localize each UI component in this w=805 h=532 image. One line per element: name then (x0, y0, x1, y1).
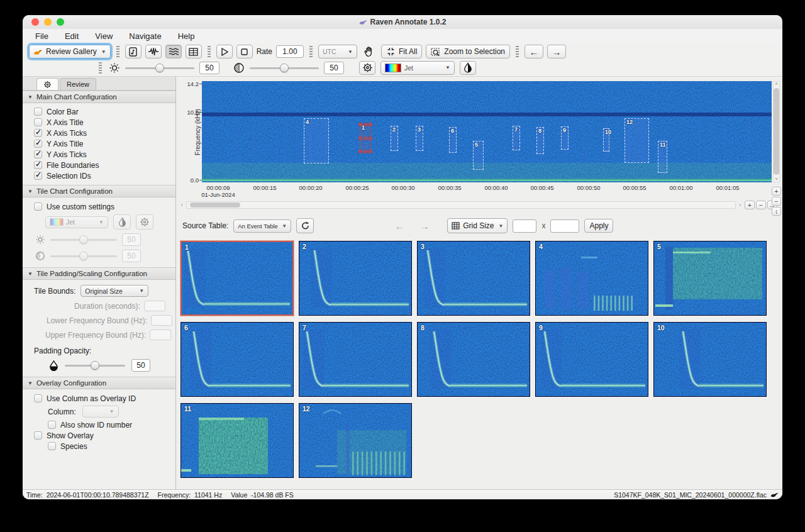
brightness-input[interactable] (199, 62, 219, 74)
fit-y-button[interactable]: ↕ (772, 207, 781, 216)
toolbar-grip[interactable] (309, 46, 313, 57)
section-main-chart-config[interactable]: ▼Main Chart Configuration (23, 91, 175, 103)
grid-rows-input[interactable] (550, 219, 579, 233)
selection-box-8[interactable]: 8 (536, 127, 544, 154)
refresh-button[interactable] (296, 218, 314, 233)
menu-file[interactable]: File (35, 31, 48, 41)
selection-handle[interactable] (364, 123, 367, 126)
species-checkbox[interactable] (48, 442, 56, 450)
use-custom-settings-row[interactable]: Use custom settings (23, 201, 175, 212)
selection-handle[interactable] (364, 136, 367, 140)
gallery-tile-2[interactable]: 2 (299, 241, 412, 316)
section-tile-chart-config[interactable]: ▼Tile Chart Configuration (23, 185, 175, 197)
contrast-input[interactable] (324, 62, 344, 74)
apply-button[interactable]: Apply (584, 219, 613, 233)
menu-help[interactable]: Help (178, 31, 195, 41)
tab-settings[interactable] (36, 78, 58, 90)
y-axis-title-checkbox[interactable] (34, 140, 42, 148)
toolbar-grip[interactable] (208, 46, 211, 57)
tile-bounds-select[interactable]: Original Size▼ (80, 285, 148, 297)
colormap-select[interactable]: Jet ▼ (380, 61, 455, 75)
show-overlay-row[interactable]: Show Overlay (23, 430, 175, 441)
sound-file-button[interactable] (125, 45, 142, 58)
use-column-overlay-row[interactable]: Use Column as Overlay ID (23, 393, 175, 404)
option-row[interactable]: X Axis Ticks (23, 128, 175, 138)
spectrogram-view-button[interactable] (165, 45, 182, 58)
selection-box-12[interactable]: 12 (625, 118, 649, 163)
gallery-tile-10[interactable]: 10 (653, 322, 767, 397)
selection-box-4[interactable]: 4 (304, 118, 329, 163)
menu-edit[interactable]: Edit (65, 31, 79, 41)
source-table-select[interactable]: An Event Table▼ (233, 219, 291, 233)
mode-select[interactable]: Review Gallery ▼ (29, 45, 111, 58)
scroll-left-arrow[interactable]: ‹ (179, 202, 185, 208)
show-overlay-checkbox[interactable] (34, 431, 42, 440)
selection-box-3[interactable]: 3 (416, 126, 423, 151)
selection-box-9[interactable]: 9 (561, 126, 569, 150)
menu-navigate[interactable]: Navigate (129, 31, 161, 41)
section-overlay-config[interactable]: ▼Overlay Configuration (23, 377, 175, 389)
x-axis-ticks-checkbox[interactable] (34, 129, 42, 137)
prev-view-button[interactable]: ← (525, 45, 543, 58)
y-axis-ticks-checkbox[interactable] (34, 150, 42, 158)
toolbar-grip[interactable] (516, 46, 519, 57)
selection-box-11[interactable]: 11 (658, 141, 667, 173)
selection-handle[interactable] (359, 150, 362, 153)
zoom-out-x-button[interactable]: − (756, 201, 766, 209)
fit-all-button[interactable]: Fit All (381, 45, 422, 58)
selection-handle[interactable] (359, 136, 362, 140)
toolbar-grip[interactable] (99, 62, 102, 74)
table-view-button[interactable] (186, 45, 202, 58)
grid-columns-input[interactable] (513, 219, 536, 233)
selection-handle[interactable] (364, 150, 367, 153)
next-view-button[interactable]: → (547, 45, 566, 58)
gallery-prev-button[interactable]: ← (389, 219, 409, 233)
zoom-to-selection-button[interactable]: Zoom to Selection (426, 45, 510, 58)
gallery-tile-9[interactable]: 9 (535, 322, 648, 397)
selection-box-7[interactable]: 7 (513, 126, 520, 150)
play-button[interactable] (216, 45, 233, 58)
option-row[interactable]: Y Axis Ticks (23, 149, 175, 160)
selection-ids-checkbox[interactable] (34, 172, 42, 180)
vertical-scroll-thumb[interactable] (774, 88, 779, 175)
species-row[interactable]: Species (23, 441, 175, 452)
zoom-out-y-button[interactable]: − (772, 197, 781, 206)
option-row[interactable]: Color Bar (23, 106, 175, 117)
scroll-up-arrow[interactable]: ˄ (773, 81, 780, 87)
gallery-tile-5[interactable]: 5 (653, 241, 767, 316)
option-row[interactable]: Selection IDs (23, 170, 175, 181)
padding-opacity-input[interactable] (131, 359, 150, 372)
scroll-right-arrow[interactable]: › (737, 202, 743, 208)
section-tile-padding-config[interactable]: ▼Tile Padding/Scaling Configuration (23, 267, 175, 280)
use-column-overlay-checkbox[interactable] (34, 394, 42, 402)
selection-box-2[interactable]: 2 (391, 126, 398, 151)
option-row[interactable]: Y Axis Title (23, 138, 175, 149)
main-spectrogram[interactable]: 412365789101211 (202, 81, 772, 182)
gallery-tile-8[interactable]: 8 (417, 322, 530, 397)
timezone-select[interactable]: UTC ▼ (318, 45, 357, 58)
selection-box-5[interactable]: 5 (473, 141, 484, 170)
also-show-id-checkbox[interactable] (48, 421, 56, 429)
selection-box-6[interactable]: 6 (449, 127, 457, 153)
also-show-id-row[interactable]: Also show ID number (23, 419, 175, 430)
selection-box-1[interactable]: 1 (360, 124, 371, 152)
x-axis-title-checkbox[interactable] (34, 118, 42, 126)
scroll-down-arrow[interactable]: ˅ (773, 176, 780, 182)
selection-box-10[interactable]: 10 (603, 128, 609, 152)
gallery-tile-6[interactable]: 6 (180, 322, 294, 397)
tab-review[interactable]: Review (60, 78, 96, 90)
colormap-settings-button[interactable] (359, 61, 375, 75)
option-row[interactable]: File Boundaries (23, 160, 175, 170)
selection-handle[interactable] (359, 123, 362, 126)
horizontal-scrollbar[interactable]: ‹ › + − ↔ (179, 200, 777, 210)
stop-button[interactable] (236, 45, 253, 58)
gallery-tile-3[interactable]: 3 (417, 241, 530, 316)
gallery-tile-4[interactable]: 4 (535, 241, 648, 316)
use-custom-settings-checkbox[interactable] (34, 202, 42, 211)
file-boundaries-checkbox[interactable] (34, 161, 42, 169)
zoom-in-x-button[interactable]: + (745, 201, 755, 209)
gallery-next-button[interactable]: → (414, 219, 435, 233)
pan-tool-button[interactable] (361, 45, 377, 58)
invert-colormap-button[interactable] (460, 61, 476, 75)
gallery-tile-1[interactable]: 1 (180, 241, 294, 316)
